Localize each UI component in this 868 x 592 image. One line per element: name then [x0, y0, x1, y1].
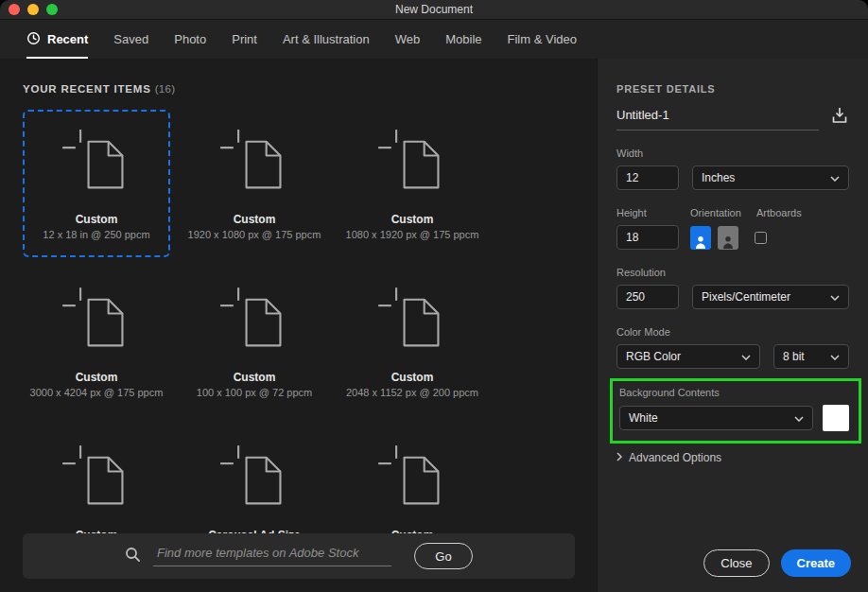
bit-depth-value: 8 bit: [783, 350, 805, 363]
bit-depth-select[interactable]: 8 bit: [773, 344, 849, 369]
resolution-unit-value: Pixels/Centimeter: [702, 290, 790, 304]
tab-label: Print: [232, 32, 257, 46]
chevron-down-icon: [830, 350, 840, 363]
preset-item-selected[interactable]: Custom 12 x 18 in @ 250 ppcm: [23, 110, 170, 257]
preset-item[interactable]: Custom 1920 x 1080 px @ 175 ppcm: [181, 110, 328, 257]
tab-film-video[interactable]: Film & Video: [508, 20, 577, 59]
tab-label: Recent: [47, 32, 88, 46]
color-mode-label: Color Mode: [616, 326, 849, 338]
tab-print[interactable]: Print: [232, 20, 257, 59]
advanced-options-label: Advanced Options: [629, 451, 721, 464]
orientation-label: Orientation: [690, 207, 756, 218]
orientation-landscape-button[interactable]: [718, 226, 738, 250]
tab-saved[interactable]: Saved: [113, 20, 148, 59]
background-contents-value: White: [629, 411, 658, 425]
preset-spec: 1080 x 1920 px @ 175 ppcm: [340, 229, 484, 241]
document-icon: [61, 286, 132, 357]
create-button[interactable]: Create: [781, 549, 851, 577]
chevron-down-icon: [830, 290, 840, 304]
height-input[interactable]: 18: [616, 225, 679, 250]
preset-details-header: PRESET DETAILS: [616, 83, 849, 95]
recent-items-panel: YOUR RECENT ITEMS(16) Custom 12 x 18 in …: [0, 59, 597, 592]
tab-art-illustration[interactable]: Art & Illustration: [283, 20, 370, 59]
chevron-down-icon: [741, 350, 751, 363]
clock-icon: [26, 31, 41, 48]
tab-label: Mobile: [445, 32, 481, 46]
background-contents-select[interactable]: White: [619, 406, 813, 430]
tab-label: Film & Video: [508, 32, 577, 46]
tab-mobile[interactable]: Mobile: [445, 20, 481, 59]
preset-spec: 12 x 18 in @ 250 ppcm: [25, 229, 168, 241]
preset-spec: 100 x 100 px @ 72 ppcm: [182, 387, 326, 399]
color-mode-select[interactable]: RGB Color: [616, 344, 760, 369]
orientation-portrait-button[interactable]: [690, 226, 711, 250]
height-label: Height: [616, 207, 690, 218]
document-icon: [61, 128, 132, 200]
tab-label: Art & Illustration: [283, 32, 370, 46]
preset-name: Custom: [25, 213, 168, 226]
document-icon: [376, 444, 448, 515]
recent-items-header: YOUR RECENT ITEMS(16): [23, 83, 597, 95]
resolution-label: Resolution: [616, 267, 849, 278]
preset-spec: 3000 x 4204 px @ 175 ppcm: [25, 387, 168, 399]
search-icon: [125, 547, 141, 566]
tab-label: Web: [395, 32, 421, 46]
units-select-value: Inches: [702, 171, 735, 184]
new-document-dialog: New Document Recent Saved Photo Print Ar…: [0, 0, 868, 592]
orientation-group: [690, 226, 738, 250]
width-label: Width: [616, 148, 849, 159]
preset-item[interactable]: Custom 2048 x 1152 px @ 200 ppcm: [339, 268, 486, 415]
tab-photo[interactable]: Photo: [174, 20, 206, 59]
tab-label: Saved: [113, 32, 148, 46]
tab-web[interactable]: Web: [395, 20, 421, 59]
annotation-highlight-box: Background Contents White: [610, 378, 861, 444]
preset-spec: 1920 x 1080 px @ 175 ppcm: [182, 229, 326, 241]
preset-name: Custom: [182, 371, 326, 384]
artboards-label: Artboards: [756, 207, 802, 218]
chevron-down-icon: [830, 171, 840, 184]
chevron-down-icon: [794, 411, 804, 425]
tab-recent[interactable]: Recent: [26, 20, 88, 59]
preset-name: Custom: [340, 371, 484, 384]
artboards-checkbox[interactable]: [755, 232, 767, 244]
units-select[interactable]: Inches: [692, 165, 849, 190]
advanced-options-toggle[interactable]: Advanced Options: [616, 451, 849, 464]
tab-label: Photo: [174, 32, 206, 46]
document-icon: [61, 444, 132, 515]
preset-name: Custom: [182, 213, 326, 226]
tabbar: Recent Saved Photo Print Art & Illustrat…: [0, 20, 868, 59]
document-icon: [376, 286, 448, 357]
chevron-right-icon: [616, 451, 622, 464]
dialog-actions: Close Create: [703, 549, 851, 577]
preset-name: Custom: [340, 213, 484, 226]
width-input[interactable]: 12: [616, 165, 679, 190]
recent-items-count: (16): [155, 83, 176, 95]
background-contents-label: Background Contents: [619, 387, 849, 398]
color-mode-value: RGB Color: [626, 350, 681, 363]
close-button[interactable]: Close: [703, 549, 769, 577]
resolution-unit-select[interactable]: Pixels/Centimeter: [692, 285, 849, 309]
background-color-swatch[interactable]: [823, 405, 849, 431]
titlebar: New Document: [0, 0, 868, 20]
document-icon: [218, 444, 290, 515]
document-name-input[interactable]: Untitled-1: [616, 108, 819, 131]
landscape-person-icon: [721, 235, 735, 250]
document-icon: [376, 128, 448, 200]
preset-item[interactable]: Custom 3000 x 4204 px @ 175 ppcm: [23, 268, 170, 415]
preset-item[interactable]: Custom 100 x 100 px @ 72 ppcm: [181, 268, 328, 415]
preset-spec: 2048 x 1152 px @ 200 ppcm: [340, 387, 484, 399]
preset-name: Custom: [25, 371, 168, 384]
preset-item[interactable]: Custom 1080 x 1920 px @ 175 ppcm: [339, 110, 486, 257]
portrait-person-icon: [694, 235, 707, 250]
stock-search-bar: Find more templates on Adobe Stock Go: [23, 533, 575, 579]
save-preset-icon[interactable]: [830, 106, 849, 129]
recent-items-grid: Custom 12 x 18 in @ 250 ppcm Custom 1920…: [23, 110, 597, 573]
window-title: New Document: [0, 3, 868, 16]
preset-details-panel: PRESET DETAILS Untitled-1 Width 12 Inche…: [597, 59, 868, 592]
resolution-input[interactable]: 250: [616, 285, 679, 309]
stock-search-input[interactable]: Find more templates on Adobe Stock: [153, 546, 391, 566]
go-button[interactable]: Go: [414, 543, 473, 569]
document-icon: [218, 286, 290, 357]
document-icon: [218, 128, 290, 200]
recent-items-title: YOUR RECENT ITEMS: [23, 83, 151, 95]
